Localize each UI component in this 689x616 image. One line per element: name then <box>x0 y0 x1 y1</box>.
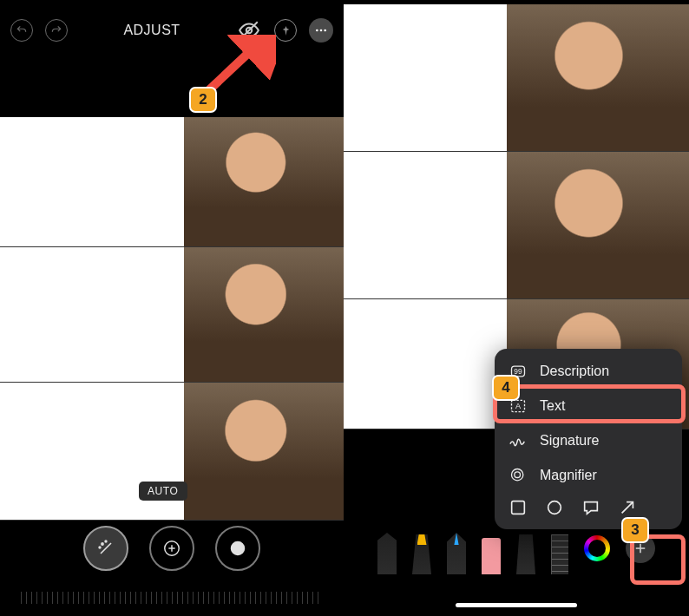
svg-point-20 <box>548 501 561 514</box>
magnifier-icon <box>509 466 528 485</box>
auto-label: AUTO <box>139 482 187 501</box>
visibility-toggle-icon[interactable] <box>236 17 262 43</box>
menu-item-label: Text <box>540 398 565 414</box>
adjust-controls <box>0 514 344 583</box>
home-indicator <box>456 603 577 607</box>
svg-point-2 <box>316 29 318 32</box>
pen-tool[interactable] <box>377 531 397 574</box>
brilliance-button[interactable] <box>215 526 260 571</box>
undo-button[interactable] <box>10 19 33 42</box>
menu-item-description[interactable]: 99 Description <box>495 354 682 389</box>
square-shape-button[interactable] <box>509 498 528 517</box>
svg-point-17 <box>512 469 523 481</box>
menu-item-label: Signature <box>540 433 600 449</box>
svg-line-21 <box>622 502 633 514</box>
menu-item-text[interactable]: A Text <box>495 389 682 423</box>
marker-tool[interactable] <box>412 531 431 574</box>
step-badge-3: 3 <box>621 517 649 543</box>
signature-icon <box>509 431 528 450</box>
svg-rect-19 <box>512 501 525 514</box>
image-canvas-left[interactable] <box>0 117 344 521</box>
markup-button[interactable] <box>274 19 297 42</box>
svg-point-7 <box>102 543 103 545</box>
lasso-tool[interactable] <box>516 531 535 574</box>
svg-point-3 <box>320 29 323 32</box>
panel-title: ADJUST <box>123 23 180 38</box>
svg-point-18 <box>515 472 521 478</box>
menu-item-magnifier[interactable]: Magnifier <box>495 458 682 493</box>
speech-bubble-shape-button[interactable] <box>581 498 600 517</box>
shape-row <box>495 493 682 524</box>
menu-item-signature[interactable]: Signature <box>495 423 682 458</box>
redo-button[interactable] <box>45 19 68 42</box>
more-button[interactable] <box>309 18 333 43</box>
exposure-button[interactable] <box>149 526 194 571</box>
step-badge-2: 2 <box>189 87 217 113</box>
svg-point-8 <box>99 547 101 548</box>
arrow-shape-button[interactable] <box>618 498 637 517</box>
markup-add-menu: 99 Description A Text Signature Magnifie… <box>495 349 682 529</box>
menu-item-label: Magnifier <box>540 468 597 483</box>
eraser-tool[interactable] <box>482 531 501 574</box>
svg-text:A: A <box>515 402 522 410</box>
color-picker-button[interactable] <box>584 535 610 561</box>
step-badge-4: 4 <box>492 375 520 401</box>
ruler-tool[interactable] <box>551 531 568 574</box>
auto-enhance-button[interactable] <box>83 526 128 571</box>
pencil-tool[interactable] <box>447 531 466 574</box>
top-toolbar-left: ADJUST <box>0 0 344 61</box>
menu-item-label: Description <box>540 364 609 379</box>
circle-shape-button[interactable] <box>545 498 564 517</box>
svg-point-9 <box>105 541 107 542</box>
adjustment-slider[interactable] <box>21 592 323 604</box>
svg-point-4 <box>324 29 326 32</box>
